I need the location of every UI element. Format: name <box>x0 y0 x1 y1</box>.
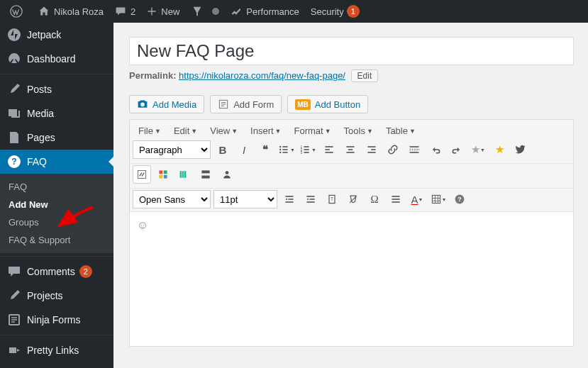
outdent-button[interactable] <box>280 190 299 208</box>
sidebar-item-faq[interactable]: ? FAQ <box>0 150 113 174</box>
bullet-list-button[interactable]: ▼ <box>277 140 296 159</box>
sidebar-item-comments[interactable]: Comments 2 <box>0 260 113 284</box>
redo-button[interactable] <box>448 140 466 159</box>
menu-view[interactable]: View▼ <box>206 124 242 138</box>
italic-button[interactable]: I <box>235 140 253 159</box>
chevron-down-icon: ▼ <box>325 128 331 135</box>
add-form-button[interactable]: Add Form <box>210 95 282 113</box>
sidebar-item-media[interactable]: Media <box>0 101 113 126</box>
comments-count-badge: 2 <box>79 265 92 278</box>
user-icon-button[interactable] <box>218 165 236 184</box>
sidebar-item-projects[interactable]: Projects <box>0 284 113 308</box>
submenu-item-faq-support[interactable]: FAQ & Support <box>0 231 113 249</box>
sidebar-item-label: Pretty Links <box>27 345 79 356</box>
svg-rect-52 <box>432 195 440 203</box>
submenu-item-add-new[interactable]: Add New <box>0 196 113 213</box>
svg-rect-51 <box>392 201 399 203</box>
svg-rect-34 <box>164 175 167 179</box>
clear-format-button[interactable] <box>344 190 362 208</box>
tinymce-editor: File▼ Edit▼ View▼ Insert▼ Format▼ Tools▼… <box>129 119 574 347</box>
indent-button[interactable] <box>301 190 320 208</box>
svg-rect-22 <box>348 149 353 150</box>
svg-rect-11 <box>282 152 287 153</box>
svg-rect-42 <box>288 199 293 200</box>
number-list-button[interactable]: 123▼ <box>299 140 317 159</box>
menu-separator <box>0 253 113 257</box>
add-media-label: Add Media <box>152 99 196 110</box>
sidebar-item-label: Pages <box>27 132 55 143</box>
bold-button[interactable]: B <box>213 140 232 159</box>
svg-rect-31 <box>159 170 162 174</box>
svg-rect-21 <box>346 146 354 147</box>
sidebar-item-pretty-links[interactable]: Pretty Links <box>0 338 113 362</box>
site-name-link[interactable]: Nikola Roza <box>33 0 109 23</box>
special-char-button[interactable]: Ω <box>365 190 384 208</box>
sidebar-item-ninja-forms[interactable]: Ninja Forms <box>0 308 113 332</box>
permalink-link[interactable]: https://nikolaroza.com/faq/new-faq-page/ <box>179 70 345 81</box>
svg-rect-46 <box>306 201 314 203</box>
more-tag-button[interactable] <box>405 140 423 159</box>
color-blocks-button[interactable] <box>154 165 172 184</box>
editor-content-area[interactable]: ☺ <box>130 211 573 346</box>
editor-toolbar-row-3: Open Sans 11pt T Ω A▼ ▼ ? <box>130 188 573 211</box>
sidebar-item-pages[interactable]: Pages <box>0 126 113 150</box>
svg-rect-13 <box>304 146 309 147</box>
link-button[interactable] <box>384 140 402 159</box>
edit-permalink-button[interactable]: Edit <box>351 69 379 82</box>
yoast-link[interactable] <box>185 0 225 23</box>
add-button-button[interactable]: MB Add Button <box>287 95 368 113</box>
page-break-button[interactable] <box>196 165 215 184</box>
svg-rect-30 <box>138 170 145 178</box>
post-title-input[interactable] <box>129 37 574 65</box>
sidebar-item-dashboard[interactable]: Dashboard <box>0 47 113 71</box>
format-select[interactable]: Paragraph <box>133 140 211 159</box>
sidebar-item-jetpack[interactable]: Jetpack <box>0 23 113 47</box>
favorite-star-button[interactable]: ★ <box>490 140 509 159</box>
submenu-item-groups[interactable]: Groups <box>0 213 113 231</box>
sidebar-item-label: FAQ <box>27 156 47 167</box>
menu-tools[interactable]: Tools▼ <box>340 124 377 138</box>
menu-format[interactable]: Format▼ <box>290 124 335 138</box>
sidebar-item-label: Comments <box>27 266 75 277</box>
menu-table[interactable]: Table▼ <box>382 124 420 138</box>
paste-text-button[interactable]: T <box>323 190 341 208</box>
chevron-down-icon: ▼ <box>191 128 197 135</box>
star-button[interactable]: ★▼ <box>469 140 487 159</box>
justify-button[interactable] <box>387 190 405 208</box>
columns-button[interactable] <box>175 165 194 184</box>
new-content-link[interactable]: New <box>141 0 185 23</box>
faq-submenu: FAQ Add New Groups FAQ & Support <box>0 174 113 253</box>
blockquote-button[interactable]: ❝ <box>256 140 274 159</box>
align-center-button[interactable] <box>341 140 360 159</box>
submenu-item-faq[interactable]: FAQ <box>0 178 113 196</box>
undo-button[interactable] <box>426 140 445 159</box>
menu-edit[interactable]: Edit▼ <box>170 124 201 138</box>
align-right-button[interactable] <box>362 140 381 159</box>
shortcode-button[interactable] <box>133 165 151 184</box>
comments-link[interactable]: 2 <box>109 0 141 23</box>
permalink-slug: new-faq-page/ <box>287 70 345 81</box>
performance-label: Performance <box>246 6 299 17</box>
text-color-button[interactable]: A▼ <box>408 190 426 208</box>
menu-separator <box>0 332 113 335</box>
font-size-select[interactable]: 11pt <box>213 190 277 208</box>
help-button[interactable]: ? <box>450 190 469 208</box>
editor-menubar: File▼ Edit▼ View▼ Insert▼ Format▼ Tools▼… <box>130 120 573 139</box>
twitter-button[interactable] <box>511 140 530 159</box>
align-left-button[interactable] <box>320 140 338 159</box>
menu-insert[interactable]: Insert▼ <box>246 124 285 138</box>
svg-rect-19 <box>325 149 329 150</box>
svg-rect-17 <box>304 152 309 153</box>
performance-link[interactable]: Performance <box>225 0 304 23</box>
security-link[interactable]: Security 1 <box>305 0 365 23</box>
media-buttons-row: Add Media Add Form MB Add Button <box>129 95 574 113</box>
add-media-button[interactable]: Add Media <box>129 95 204 113</box>
wp-logo[interactable] <box>4 0 33 23</box>
table-button[interactable]: ▼ <box>429 190 448 208</box>
svg-text:T: T <box>331 196 333 201</box>
font-family-select[interactable]: Open Sans <box>133 190 211 208</box>
menu-file[interactable]: File▼ <box>134 124 165 138</box>
sidebar-item-label: Ninja Forms <box>27 314 80 325</box>
chevron-down-icon: ▼ <box>367 128 373 135</box>
sidebar-item-posts[interactable]: Posts <box>0 77 113 101</box>
